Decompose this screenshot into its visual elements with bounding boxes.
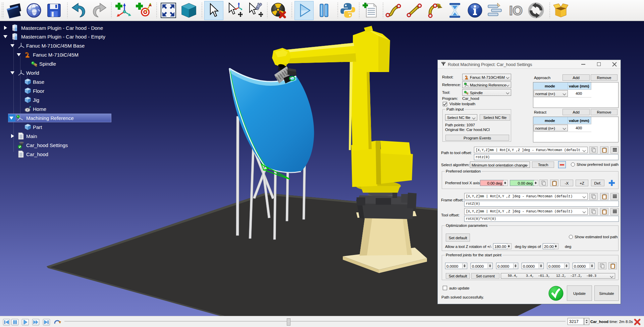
svg-text:IO: IO [509,4,523,18]
